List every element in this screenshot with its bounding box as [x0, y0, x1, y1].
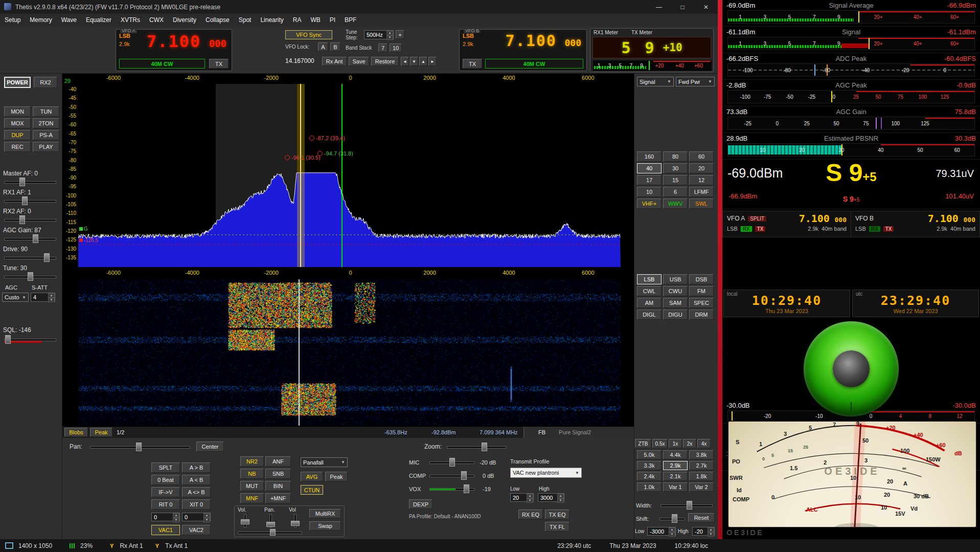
- menu-item[interactable]: Memory: [25, 14, 56, 26]
- zoom-preset-button[interactable]: 1x: [669, 439, 682, 448]
- band-arrow-button[interactable]: ▼: [410, 57, 418, 66]
- filter-button[interactable]: 4.4k: [663, 450, 688, 459]
- squelch-slider[interactable]: [3, 335, 57, 343]
- band-arrow-button[interactable]: ►: [428, 57, 437, 66]
- mode-button[interactable]: FM: [689, 286, 714, 296]
- sidebar-toggle-button[interactable]: MON: [4, 106, 31, 117]
- menu-item[interactable]: Linearity: [256, 14, 288, 26]
- vfo-lock-a-button[interactable]: A: [318, 42, 328, 51]
- mode-button[interactable]: SAM: [663, 298, 688, 308]
- sidebar-toggle-button[interactable]: TUN: [33, 106, 59, 117]
- sidebar-toggle-button[interactable]: PLAY: [33, 142, 59, 152]
- menu-item[interactable]: Collapse: [201, 14, 234, 26]
- band-button[interactable]: 17: [637, 175, 662, 185]
- filter-width-slider[interactable]: [659, 500, 714, 509]
- band-button[interactable]: 15: [663, 175, 688, 185]
- vfo-operation-button[interactable]: A < B: [182, 475, 211, 485]
- band-button[interactable]: 6: [663, 187, 688, 197]
- rx2-af-slider[interactable]: [3, 215, 57, 224]
- tune-step-plus-button[interactable]: +: [396, 30, 404, 39]
- band-button[interactable]: SWL: [689, 198, 714, 209]
- filter-button[interactable]: 1.0k: [637, 482, 662, 492]
- comp-slider[interactable]: [428, 471, 475, 480]
- peak-button[interactable]: Peak: [325, 472, 348, 481]
- zoom-preset-button[interactable]: ZTB: [635, 439, 651, 448]
- tx-high-spinner[interactable]: 3000▲▼: [538, 493, 564, 502]
- xit-spinner[interactable]: 0▲▼: [182, 513, 211, 521]
- filter-button[interactable]: 1.8k: [689, 472, 714, 481]
- band-button[interactable]: 12: [689, 175, 714, 185]
- spinner-arrows[interactable]: ▲▼: [203, 513, 210, 521]
- menu-item[interactable]: BPF: [340, 14, 361, 26]
- ctun-button[interactable]: CTUN: [301, 485, 323, 495]
- spinner-arrows[interactable]: ▲▼: [173, 513, 179, 521]
- vfo-a-frequency[interactable]: 7.100 000: [147, 32, 226, 51]
- filter-button[interactable]: 3.8k: [689, 450, 714, 459]
- menu-item[interactable]: WB: [306, 14, 325, 26]
- save-button[interactable]: Save: [349, 57, 369, 66]
- mode-button[interactable]: AM: [637, 298, 662, 308]
- satt-spinner[interactable]: 4 ▲▼: [31, 293, 55, 302]
- mode-button[interactable]: CWL: [637, 286, 662, 296]
- filter-button[interactable]: 2.7k: [689, 461, 714, 470]
- filter-shift-slider[interactable]: [658, 514, 686, 522]
- power-button[interactable]: POWER: [4, 77, 31, 88]
- console-vfo-a[interactable]: VFO A SPLIT 7.100 000 LSB RX TX 2.9k 40m…: [723, 211, 851, 237]
- zoom-preset-button[interactable]: 2x: [683, 439, 696, 448]
- feedback-button[interactable]: FB: [538, 429, 545, 435]
- meter-tx-select[interactable]: Fwd Pwr▼: [676, 77, 715, 86]
- dsp-button[interactable]: NR2: [240, 456, 264, 467]
- tune-power-slider[interactable]: [3, 272, 57, 280]
- vfo-operation-button[interactable]: A <> B: [182, 487, 211, 497]
- display-mode-select[interactable]: Panafall▼: [301, 457, 348, 467]
- dexp-button[interactable]: DEXP: [409, 499, 432, 509]
- filter-button[interactable]: 3.3k: [637, 461, 662, 470]
- center-button[interactable]: Center: [196, 441, 224, 452]
- tx-eq-button[interactable]: TX EQ: [545, 510, 569, 519]
- band-arrow-button[interactable]: ▲: [419, 57, 427, 66]
- mode-button[interactable]: DSB: [689, 274, 714, 284]
- band-button[interactable]: WWV: [663, 198, 688, 209]
- spinner-arrows[interactable]: ▲▼: [708, 527, 714, 535]
- zoom-slider[interactable]: [446, 442, 507, 451]
- mode-button[interactable]: CWU: [663, 286, 688, 296]
- band-button[interactable]: VHF+: [637, 198, 662, 209]
- spinner-arrows[interactable]: ▲▼: [527, 494, 533, 501]
- minimize-button[interactable]: —: [647, 0, 671, 14]
- vac2-button[interactable]: VAC2: [182, 525, 211, 535]
- vfo-operation-button[interactable]: 0 Beat: [151, 475, 180, 485]
- dsp-button[interactable]: BIN: [265, 481, 291, 491]
- menu-item[interactable]: Diversity: [168, 14, 201, 26]
- menu-item[interactable]: Equalizer: [81, 14, 116, 26]
- agc-select[interactable]: Custo▼: [2, 293, 29, 302]
- filter-button[interactable]: Var 2: [689, 482, 714, 492]
- rx-eq-button[interactable]: RX EQ: [518, 510, 543, 519]
- multirx-button[interactable]: MultiRX: [309, 509, 341, 518]
- pan-rx1-slider[interactable]: [266, 513, 274, 528]
- rx-ant-button[interactable]: Rx Ant: [322, 57, 347, 66]
- filter-high-spinner[interactable]: -20▲▼: [692, 527, 715, 536]
- vfo-b-tx-button[interactable]: TX: [463, 59, 482, 69]
- rx1-af-slider[interactable]: [3, 196, 57, 205]
- filter-button[interactable]: 2.1k: [663, 472, 688, 481]
- vfo-a-tx-button[interactable]: TX: [209, 59, 229, 69]
- zoom-preset-button[interactable]: 0.5x: [652, 439, 668, 448]
- mode-button[interactable]: USB: [663, 274, 688, 284]
- vfo-operation-button[interactable]: IF->V: [151, 487, 180, 497]
- dsp-button[interactable]: +MNF: [265, 493, 291, 503]
- band-stack-7-button[interactable]: 7: [378, 43, 388, 52]
- band-button[interactable]: 40: [637, 163, 662, 173]
- sidebar-toggle-button[interactable]: REC: [4, 142, 31, 152]
- vox-slider[interactable]: [428, 484, 475, 493]
- band-button[interactable]: 80: [663, 151, 688, 162]
- drive-slider[interactable]: [3, 253, 57, 261]
- menu-item[interactable]: XVTRs: [116, 14, 145, 26]
- vfo-operation-button[interactable]: RIT 0: [151, 499, 180, 510]
- filter-low-spinner[interactable]: -3000▲▼: [647, 527, 676, 536]
- mic-gain-slider[interactable]: [428, 457, 475, 467]
- vfo-sync-button[interactable]: VFO Sync: [285, 30, 332, 39]
- filter-reset-button[interactable]: Reset: [688, 513, 715, 522]
- rit-spinner[interactable]: 0▲▼: [151, 513, 180, 521]
- dsp-button[interactable]: NB: [240, 469, 264, 479]
- tune-step-arrows[interactable]: ▲▼: [386, 31, 393, 39]
